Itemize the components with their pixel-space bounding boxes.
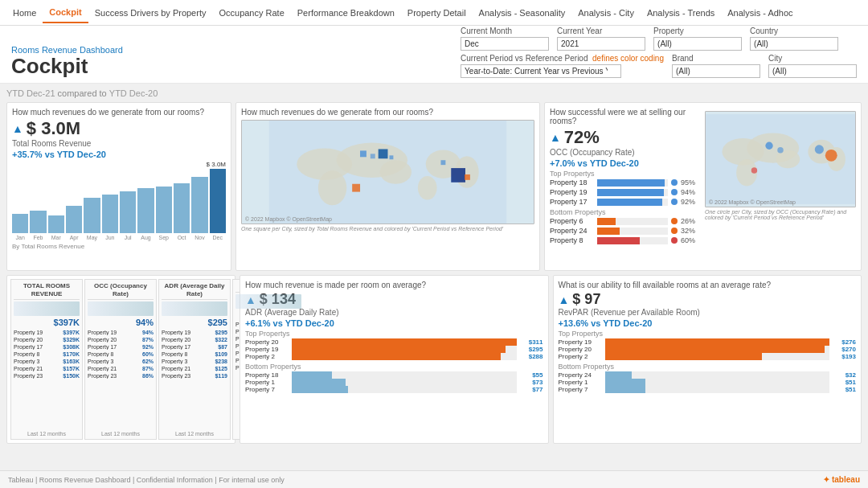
mini-bar-bg bbox=[292, 371, 517, 379]
kpi-row: Property 23$119 bbox=[162, 372, 227, 379]
bar-label-Mar: Mar bbox=[48, 235, 64, 240]
nav-success-drivers[interactable]: Success Drivers by Property bbox=[88, 3, 213, 23]
mini-bar-val: $32 bbox=[832, 371, 856, 379]
bar-label-May: May bbox=[84, 235, 100, 240]
prop-row: Property 2432% bbox=[550, 227, 701, 235]
map-note: One square per City, sized by Total Room… bbox=[241, 226, 534, 232]
filter-period: Current Period vs Reference Period defin… bbox=[461, 54, 664, 78]
bar-chart-labels: JanFebMarAprMayJunJulAugSepOctNovDec bbox=[12, 235, 226, 240]
prop-name: Property 8 bbox=[550, 236, 594, 244]
kpi-row-name: Property 19 bbox=[14, 330, 55, 335]
svg-point-25 bbox=[815, 145, 824, 154]
mini-bar-row: Property 7$51 bbox=[559, 386, 857, 393]
occ-map-svg bbox=[706, 112, 855, 207]
mini-bar-row: Property 1$51 bbox=[559, 379, 857, 386]
kpi-row-name: Property 23 bbox=[88, 373, 129, 379]
kpi-row-val: $397K bbox=[59, 330, 80, 335]
country-select[interactable]: (All) bbox=[750, 37, 838, 51]
mini-bar-bg bbox=[292, 386, 517, 393]
kpi-row: Property 3$238 bbox=[162, 358, 227, 364]
kpi-top-val: $295 bbox=[162, 318, 227, 327]
kpi-row-name: Property 3 bbox=[162, 359, 203, 364]
occ-metric: ▲ 72% bbox=[550, 127, 701, 148]
footer-text: Tableau | Rooms Revenue Dashboard | Conf… bbox=[8, 476, 285, 484]
kpi-col-footer: Last 12 months bbox=[88, 429, 154, 437]
mini-bar-name: Property 18 bbox=[245, 371, 289, 379]
occ-map-container: © 2022 Mapbox © OpenStreetMap One circle… bbox=[705, 108, 856, 265]
bar-May bbox=[84, 198, 100, 233]
mini-bar-fill bbox=[605, 346, 825, 353]
kpi-row-val: 92% bbox=[133, 344, 154, 350]
city-label: City bbox=[768, 54, 857, 63]
revpar-metric: ▲ $ 97 bbox=[559, 291, 857, 308]
nav-property-detail[interactable]: Property Detail bbox=[401, 3, 473, 23]
current-month-select[interactable]: Dec bbox=[461, 37, 549, 51]
svg-point-3 bbox=[318, 170, 346, 205]
current-year-label: Current Year bbox=[557, 27, 645, 35]
prop-pct: 26% bbox=[681, 217, 701, 225]
svg-point-23 bbox=[765, 142, 772, 150]
occ-up-icon: ▲ bbox=[550, 131, 561, 144]
prop-bar-bg bbox=[597, 228, 668, 235]
kpi-col-header: OCC (Occupancy Rate) bbox=[88, 282, 154, 300]
adr-sublabel: ADR (Average Daily Rate) bbox=[245, 308, 543, 317]
prop-pct: 92% bbox=[681, 198, 701, 206]
nav-seasonality[interactable]: Analysis - Seasonality bbox=[473, 3, 572, 23]
kpi-row: Property 17$87 bbox=[162, 343, 227, 350]
kpi-table-panel: TOTAL ROOMS REVENUE$397KProperty 19$397K… bbox=[6, 275, 235, 444]
nav-performance[interactable]: Performance Breakdown bbox=[291, 3, 401, 23]
nav-cockpit[interactable]: Cockpit bbox=[43, 2, 88, 23]
mini-bar-bg bbox=[605, 353, 830, 360]
revpar-up-icon: ▲ bbox=[559, 293, 570, 306]
kpi-row-val: 62% bbox=[133, 359, 154, 364]
top-props-section-label: Top Propertys bbox=[550, 170, 701, 178]
city-select[interactable]: (All) bbox=[768, 64, 857, 78]
kpi-col-2: ADR (Average Daily Rate)$295Property 19$… bbox=[158, 279, 231, 440]
kpi-col-footer: Last 12 months bbox=[14, 429, 80, 437]
mini-bar-val: $288 bbox=[519, 353, 543, 360]
svg-rect-8 bbox=[360, 150, 366, 157]
prop-bar-bg bbox=[597, 218, 668, 225]
bar-Dec bbox=[210, 169, 226, 233]
nav-city[interactable]: Analysis - City bbox=[571, 3, 641, 23]
country-label: Country bbox=[750, 27, 838, 35]
bar-Sep bbox=[156, 187, 172, 233]
kpi-row-val: $157K bbox=[59, 366, 80, 371]
mini-bar-name: Property 1 bbox=[559, 379, 603, 386]
brand-select[interactable]: (All) bbox=[672, 64, 760, 78]
spark-line bbox=[162, 301, 227, 316]
kpi-row-name: Property 21 bbox=[162, 366, 203, 371]
nav-occupancy[interactable]: Occupancy Rate bbox=[212, 3, 290, 23]
nav-trends[interactable]: Analysis - Trends bbox=[641, 3, 721, 23]
kpi-row: Property 8$109 bbox=[162, 351, 227, 357]
kpi-row-val: 94% bbox=[133, 330, 154, 335]
nav-adhoc[interactable]: Analysis - Adhoc bbox=[721, 3, 799, 23]
bar-label-Nov: Nov bbox=[191, 235, 207, 240]
mini-bar-row: Property 19$276 bbox=[559, 338, 857, 346]
current-year-select[interactable]: 2021 bbox=[557, 37, 645, 51]
top-section: How much revenues do we generate from ou… bbox=[6, 102, 862, 271]
occ-sublabel: OCC (Occupancy Rate) bbox=[550, 148, 701, 157]
prop-bar-fill bbox=[597, 218, 616, 225]
prop-row: Property 1895% bbox=[550, 178, 701, 187]
revenue-bar-chart: $ 3.0M JanFebMarAprMayJunJulAugSepOctNov… bbox=[12, 161, 226, 240]
mini-bar-fill bbox=[605, 379, 645, 386]
period-select[interactable]: Year-to-Date: Current Year vs Previous Y… bbox=[461, 64, 621, 78]
adr-change: +6.1% vs YTD Dec-20 bbox=[245, 318, 543, 328]
adr-top-label: Top Propertys bbox=[245, 330, 543, 338]
mini-bar-row: Property 1$73 bbox=[245, 379, 543, 386]
bar-label-Oct: Oct bbox=[174, 235, 190, 240]
kpi-col-header: TOTAL ROOMS REVENUE bbox=[14, 282, 80, 300]
brand-label: Brand bbox=[672, 54, 760, 63]
mini-bar-fill bbox=[292, 386, 348, 393]
kpi-row: Property 19$295 bbox=[162, 329, 227, 335]
kpi-row-val: 87% bbox=[133, 337, 154, 342]
revpar-change: +13.6% vs YTD Dec-20 bbox=[559, 318, 857, 328]
bar-Oct bbox=[174, 183, 190, 233]
bottom-section: TOTAL ROOMS REVENUE$397KProperty 19$397K… bbox=[6, 275, 862, 444]
prop-bar-fill bbox=[597, 189, 664, 196]
header-filters: Current Month Dec Current Year 2021 Prop… bbox=[461, 27, 857, 78]
nav-home[interactable]: Home bbox=[6, 3, 43, 23]
kpi-row: Property 362% bbox=[88, 358, 154, 364]
property-select[interactable]: (All) bbox=[653, 37, 742, 51]
